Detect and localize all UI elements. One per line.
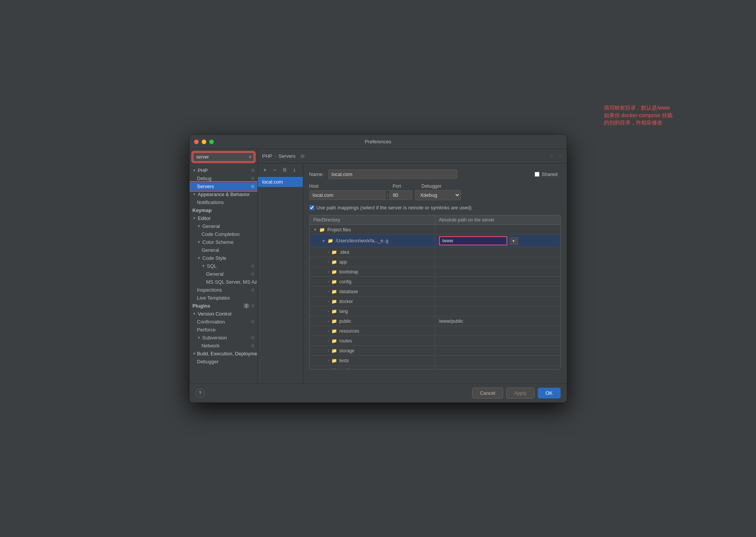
sidebar-item-inspections[interactable]: Inspections ⊞ bbox=[190, 286, 257, 294]
table-row[interactable]: › 📁 resources bbox=[310, 326, 560, 336]
nav-back-icon[interactable]: ← bbox=[549, 153, 554, 159]
expand-icon[interactable]: › bbox=[328, 329, 329, 333]
sidebar-item-build[interactable]: ▼ Build, Execution, Deployment bbox=[190, 350, 257, 358]
expand-icon[interactable]: › bbox=[328, 260, 329, 264]
ok-button[interactable]: OK bbox=[538, 388, 561, 399]
sidebar-item-notifications[interactable]: Notifications bbox=[190, 198, 257, 206]
table-row[interactable]: › 📁 .idea bbox=[310, 247, 560, 257]
panel-nav: ← → bbox=[549, 153, 562, 159]
close-button[interactable] bbox=[194, 140, 199, 144]
sidebar-item-label: Keymap bbox=[193, 207, 212, 213]
table-row[interactable]: › 📁 storage bbox=[310, 346, 560, 356]
file-cell: › 📁 database bbox=[310, 287, 435, 296]
expand-icon[interactable]: › bbox=[328, 250, 329, 254]
folder-icon: 📁 bbox=[331, 328, 337, 334]
table-row[interactable]: › 📁 docker bbox=[310, 297, 560, 306]
sidebar-item-network[interactable]: Network ⊞ bbox=[190, 342, 257, 350]
sidebar-item-subversion[interactable]: ▼ Subversion ⊞ bbox=[190, 334, 257, 342]
sidebar: ✕ ▼ PHP ⊞ Debug ⊞ Servers ⊞ bbox=[190, 149, 258, 383]
add-server-button[interactable]: + bbox=[261, 166, 269, 174]
sidebar-item-sql[interactable]: ▼ SQL ⊞ bbox=[190, 262, 257, 270]
help-button[interactable]: ? bbox=[196, 389, 205, 398]
sidebar-item-confirmation[interactable]: Confirmation ⊞ bbox=[190, 318, 257, 326]
cancel-button[interactable]: Cancel bbox=[472, 388, 503, 399]
table-row[interactable]: › 📁 lang bbox=[310, 306, 560, 316]
sidebar-item-perforce[interactable]: Perforce bbox=[190, 326, 257, 334]
sidebar-item-sql-general[interactable]: General ⊞ bbox=[190, 270, 257, 278]
table-row[interactable]: › 📁 app bbox=[310, 257, 560, 267]
search-clear-icon[interactable]: ✕ bbox=[248, 154, 252, 160]
sidebar-item-servers[interactable]: Servers ⊞ bbox=[190, 182, 257, 190]
expand-icon[interactable]: ▼ bbox=[322, 239, 326, 243]
server-path-input[interactable] bbox=[439, 236, 507, 245]
chevron-icon: ▼ bbox=[202, 264, 206, 268]
sidebar-item-color-general[interactable]: General bbox=[190, 246, 257, 254]
expand-icon[interactable]: › bbox=[328, 279, 329, 284]
expand-icon[interactable]: › bbox=[328, 270, 329, 274]
sidebar-item-php[interactable]: ▼ PHP ⊞ bbox=[190, 166, 257, 174]
file-cell: › 📁 vendor bbox=[310, 366, 435, 369]
port-input[interactable] bbox=[389, 190, 412, 200]
mappings-header: File/Directory Absolute path on the serv… bbox=[310, 215, 560, 225]
file-label: .idea bbox=[339, 250, 349, 255]
sidebar-item-general[interactable]: ▼ General bbox=[190, 222, 257, 230]
sidebar-item-label: Confirmation bbox=[197, 319, 225, 325]
file-cell: ▼ 📁 /Users/leon/work/la..._e..g bbox=[310, 235, 435, 247]
maximize-button[interactable] bbox=[209, 140, 214, 144]
sidebar-item-ms-sql[interactable]: MS SQL Server, MS Azure ⊞ bbox=[190, 278, 257, 286]
path-mappings-checkbox[interactable] bbox=[309, 205, 314, 210]
table-row[interactable]: › 📁 database bbox=[310, 287, 560, 297]
sidebar-item-live-templates[interactable]: Live Templates bbox=[190, 294, 257, 302]
debugger-select[interactable]: Xdebug Zend Debugger bbox=[415, 190, 461, 200]
host-input[interactable] bbox=[309, 190, 385, 200]
bottom-bar: ? Cancel Apply OK bbox=[190, 383, 567, 402]
sidebar-item-debug[interactable]: Debug ⊞ bbox=[190, 174, 257, 182]
sidebar-item-color-scheme[interactable]: ▼ Color Scheme bbox=[190, 238, 257, 246]
table-row[interactable]: › 📁 tests bbox=[310, 356, 560, 366]
expand-icon[interactable]: ▼ bbox=[314, 228, 317, 232]
minimize-button[interactable] bbox=[202, 140, 206, 144]
sidebar-item-keymap[interactable]: Keymap bbox=[190, 206, 257, 214]
server-path-cell bbox=[435, 225, 560, 234]
copy-server-button[interactable]: ⎘ bbox=[281, 166, 289, 174]
table-row[interactable]: ▼ 📁 /Users/leon/work/la..._e..g ▼ bbox=[310, 235, 560, 247]
chevron-icon: ▼ bbox=[193, 352, 196, 356]
expand-icon[interactable]: › bbox=[328, 319, 329, 323]
table-row[interactable]: ▼ 📁 Project files bbox=[310, 225, 560, 235]
expand-icon[interactable]: › bbox=[328, 299, 329, 303]
search-input[interactable] bbox=[193, 152, 254, 162]
sidebar-item-editor[interactable]: ▼ Editor bbox=[190, 214, 257, 222]
sidebar-item-code-completion[interactable]: Code Completion bbox=[190, 230, 257, 238]
table-row[interactable]: › 📁 public /www/public bbox=[310, 316, 560, 326]
expand-icon[interactable]: › bbox=[328, 289, 329, 294]
sidebar-item-plugins[interactable]: Plugins 2 ⊞ bbox=[190, 302, 257, 310]
name-input[interactable] bbox=[328, 170, 457, 179]
expand-icon[interactable]: › bbox=[328, 309, 329, 313]
nav-forward-icon[interactable]: → bbox=[557, 153, 562, 159]
settings-icon: ⊞ bbox=[251, 343, 254, 348]
sidebar-item-label: General bbox=[206, 271, 224, 277]
table-row[interactable]: › 📁 vendor bbox=[310, 366, 560, 369]
sidebar-item-code-style[interactable]: ▼ Code Style bbox=[190, 254, 257, 262]
expand-icon[interactable]: › bbox=[328, 369, 329, 369]
sidebar-item-label: Servers bbox=[197, 184, 214, 189]
expand-icon[interactable]: › bbox=[328, 339, 329, 343]
shared-checkbox[interactable] bbox=[535, 172, 540, 177]
sidebar-item-debugger[interactable]: Debugger bbox=[190, 358, 257, 366]
move-server-button[interactable]: ↕ bbox=[290, 166, 299, 174]
expand-icon[interactable]: › bbox=[328, 358, 329, 363]
path-dropdown-button[interactable]: ▼ bbox=[510, 237, 518, 245]
expand-icon[interactable]: › bbox=[328, 349, 329, 353]
remove-server-button[interactable]: − bbox=[271, 166, 279, 174]
table-row[interactable]: › 📁 routes bbox=[310, 336, 560, 346]
pin-icon[interactable]: ⊟ bbox=[301, 154, 304, 159]
server-path-cell bbox=[435, 356, 560, 365]
sidebar-item-appearance[interactable]: ▼ Appearance & Behavior bbox=[190, 190, 257, 198]
server-item-localcom[interactable]: local.com bbox=[258, 177, 303, 187]
table-row[interactable]: › 📁 config bbox=[310, 277, 560, 287]
table-row[interactable]: › 📁 bootstrap bbox=[310, 267, 560, 277]
sidebar-item-version-control[interactable]: ▼ Version Control bbox=[190, 310, 257, 318]
breadcrumb: PHP › Servers ⊟ bbox=[262, 153, 305, 159]
sidebar-item-label: SQL bbox=[207, 263, 217, 269]
apply-button[interactable]: Apply bbox=[506, 388, 535, 399]
